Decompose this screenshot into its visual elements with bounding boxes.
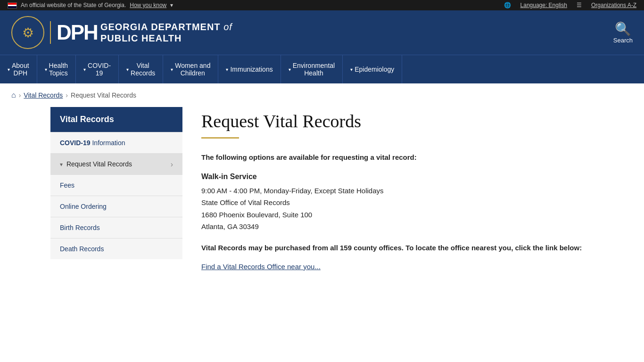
sidebar-death-label: Death Records — [60, 245, 104, 253]
sidebar: Vital Records COVID-19 Information ▾ Req… — [50, 107, 182, 280]
georgia-flag-icon — [8, 2, 17, 8]
nav-label-epi: Epidemiology — [355, 66, 394, 73]
nav-item-vital-records[interactable]: ▾ VitalRecords — [119, 55, 163, 83]
nav-label-immun: Immunizations — [230, 66, 272, 73]
sidebar-item-death-records[interactable]: Death Records — [50, 238, 182, 259]
org-icon: ☰ — [577, 2, 582, 8]
main-nav: ▾ AboutDPH ▾ HealthTopics ▾ COVID-19 ▾ V… — [0, 55, 644, 83]
how-you-know-link[interactable]: How you know — [130, 2, 166, 8]
page-title: Request Vital Records — [201, 111, 594, 132]
nav-label-covid: COVID-19 — [88, 62, 111, 77]
sidebar-link-fees[interactable]: Fees — [50, 175, 182, 196]
county-paragraph: Vital Records may be purchased from all … — [201, 242, 594, 254]
search-label: Search — [613, 37, 633, 44]
arrow-right-icon: › — [171, 160, 173, 169]
nav-label-health: HealthTopics — [49, 62, 68, 77]
search-icon: 🔍 — [615, 21, 631, 37]
logo-circle-icon: ⚙ — [11, 16, 44, 49]
sidebar-link-death[interactable]: Death Records — [50, 239, 182, 259]
nav-item-about-dph[interactable]: ▾ AboutDPH — [0, 55, 37, 83]
breadcrumb-vital-records[interactable]: Vital Records — [24, 91, 63, 99]
walk-in-address1: 1680 Phoenix Boulevard, Suite 100 — [201, 211, 312, 219]
nav-chevron-immun: ▾ — [226, 67, 228, 72]
walk-in-title: Walk-in Service — [201, 171, 594, 183]
top-bar-left: An official website of the State of Geor… — [8, 2, 173, 8]
sidebar-online-label: Online Ordering — [60, 203, 107, 210]
search-button[interactable]: 🔍 Search — [613, 21, 633, 44]
nav-chevron-about: ▾ — [8, 67, 10, 72]
nav-item-health-topics[interactable]: ▾ HealthTopics — [37, 55, 76, 83]
nav-item-covid[interactable]: ▾ COVID-19 — [76, 55, 119, 83]
chevron-down-icon: ▾ — [60, 161, 63, 168]
sidebar-birth-label: Birth Records — [60, 224, 100, 231]
logo-area[interactable]: ⚙ DPH GEORGIA DEPARTMENT of PUBLIC HEALT… — [11, 16, 232, 49]
sidebar-fees-label: Fees — [60, 181, 74, 189]
sidebar-item-fees[interactable]: Fees — [50, 174, 182, 196]
dept-name: GEORGIA DEPARTMENT of PUBLIC HEALTH — [100, 21, 232, 44]
county-link[interactable]: Find a Vital Records Office near you... — [201, 263, 321, 271]
nav-chevron-env: ▾ — [289, 67, 291, 72]
nav-label-vital: VitalRecords — [131, 62, 155, 77]
title-underline — [201, 137, 239, 139]
dept-line2: PUBLIC HEALTH — [100, 33, 232, 44]
nav-chevron-vital: ▾ — [126, 67, 129, 72]
sidebar-link-online-ordering[interactable]: Online Ordering — [50, 196, 182, 217]
main-layout: Vital Records COVID-19 Information ▾ Req… — [39, 107, 605, 299]
nav-item-env-health[interactable]: ▾ EnvironmentalHealth — [281, 55, 343, 83]
nav-chevron-women: ▾ — [171, 67, 173, 72]
language-link[interactable]: Language: English — [520, 2, 567, 8]
globe-icon: 🌐 — [504, 2, 511, 8]
header: ⚙ DPH GEORGIA DEPARTMENT of PUBLIC HEALT… — [0, 10, 644, 55]
nav-chevron-epi: ▾ — [350, 67, 353, 72]
walk-in-office: State Office of Vital Records — [201, 198, 290, 206]
walk-in-block: Walk-in Service 9:00 AM - 4:00 PM, Monda… — [201, 171, 594, 233]
top-bar: An official website of the State of Geor… — [0, 0, 644, 10]
nav-item-epidemiology[interactable]: ▾ Epidemiology — [343, 55, 402, 83]
sidebar-request-label: Request Vital Records — [66, 160, 132, 168]
sidebar-link-covid[interactable]: COVID-19 Information — [50, 132, 182, 153]
breadcrumb-current: Request Vital Records — [71, 91, 136, 99]
sidebar-item-request[interactable]: ▾ Request Vital Records › — [50, 153, 182, 174]
sidebar-item-online-ordering[interactable]: Online Ordering — [50, 196, 182, 217]
chevron-icon: ▾ — [170, 2, 173, 8]
breadcrumb-sep2: › — [66, 91, 68, 99]
official-text: An official website of the State of Geor… — [21, 2, 126, 8]
organizations-link[interactable]: Organizations A-Z — [591, 2, 636, 8]
sidebar-link-birth[interactable]: Birth Records — [50, 217, 182, 238]
logo-dph: DPH GEORGIA DEPARTMENT of PUBLIC HEALTH — [50, 21, 232, 44]
sidebar-title: Vital Records — [50, 107, 182, 132]
top-bar-right: 🌐 Language: English ☰ Organizations A-Z — [504, 2, 636, 8]
main-content: Request Vital Records The following opti… — [201, 107, 594, 280]
dept-line1: GEORGIA DEPARTMENT of — [100, 21, 232, 33]
nav-label-women: Women andChildren — [175, 62, 210, 77]
nav-chevron-health: ▾ — [45, 67, 47, 72]
intro-bold: The following options are available for … — [201, 153, 417, 161]
nav-label-env: EnvironmentalHealth — [293, 62, 335, 77]
nav-label-about: AboutDPH — [12, 62, 29, 77]
nav-item-immunizations[interactable]: ▾ Immunizations — [218, 55, 281, 83]
dph-letters: DPH — [57, 22, 98, 43]
sidebar-item-birth-records[interactable]: Birth Records — [50, 217, 182, 238]
county-link-para: Find a Vital Records Office near you... — [201, 261, 594, 272]
county-bold: Vital Records may be purchased from all … — [201, 244, 582, 252]
breadcrumb-sep1: › — [19, 91, 21, 99]
home-icon[interactable]: ⌂ — [11, 91, 16, 99]
nav-item-women[interactable]: ▾ Women andChildren — [163, 55, 218, 83]
breadcrumb: ⌂ › Vital Records › Request Vital Record… — [0, 83, 644, 107]
walk-in-address2: Atlanta, GA 30349 — [201, 222, 259, 230]
walk-in-details: 9:00 AM - 4:00 PM, Monday-Friday, Except… — [201, 185, 594, 233]
content-section: The following options are available for … — [201, 152, 594, 272]
covid-highlight: COVID-19 — [60, 139, 91, 147]
sidebar-link-request[interactable]: ▾ Request Vital Records › — [50, 154, 182, 174]
walk-in-hours: 9:00 AM - 4:00 PM, Monday-Friday, Except… — [201, 187, 384, 195]
sidebar-item-covid-info[interactable]: COVID-19 Information — [50, 132, 182, 153]
nav-chevron-covid: ▾ — [83, 67, 86, 72]
intro-paragraph: The following options are available for … — [201, 152, 594, 163]
